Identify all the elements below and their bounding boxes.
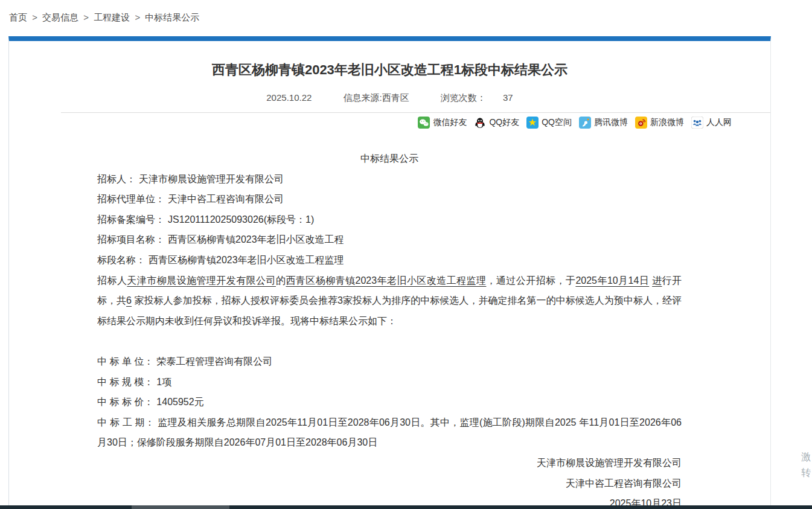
signature-agency: 天津中咨工程咨询有限公司 (97, 473, 682, 494)
field-label: 招标备案编号： (97, 214, 165, 225)
breadcrumb-trade-info[interactable]: 交易信息 (42, 12, 78, 22)
result-scale: 中 标 规 模：1项 (97, 372, 682, 392)
field-section-name: 标段名称：西青区杨柳青镇2023年老旧小区改造工程监理 (97, 250, 682, 271)
article-panel: 西青区杨柳青镇2023年老旧小区改造工程1标段中标结果公示 2025.10.22… (8, 36, 771, 505)
renren-icon (691, 117, 703, 129)
breadcrumb-project-construction[interactable]: 工程建设 (94, 12, 130, 22)
page: 首页 > 交易信息 > 工程建设 > 中标结果公示 西青区杨柳青镇2023年老旧… (0, 0, 812, 509)
field-value: 西青区杨柳青镇2023年老旧小区改造工程 (168, 234, 344, 245)
share-tencent-weibo-label: 腾讯微博 (594, 117, 628, 128)
result-label: 中 标 单 位： (97, 356, 153, 367)
para-underlined-bidder-count: 6 (126, 295, 132, 306)
info-source: 信息来源:西青区 (344, 92, 409, 104)
field-agency: 招标代理单位：天津中咨工程咨询有限公司 (97, 189, 682, 210)
wechat-icon (418, 117, 430, 129)
page-title: 西青区杨柳青镇2023年老旧小区改造工程1标段中标结果公示 (9, 61, 770, 79)
share-qzone-label: QQ空间 (542, 117, 572, 128)
field-value: 天津市柳晨设施管理开发有限公司 (139, 174, 284, 184)
para-text: 的 (276, 275, 286, 286)
result-winner: 中 标 单 位：荣泰工程管理咨询有限公司 (97, 351, 682, 372)
result-value: 荣泰工程管理咨询有限公司 (156, 356, 272, 367)
horizontal-scrollbar-thumb[interactable] (132, 505, 229, 509)
breadcrumb-bid-result[interactable]: 中标结果公示 (145, 12, 199, 22)
share-sina-weibo-label: 新浪微博 (650, 117, 684, 128)
field-label: 招标代理单位： (97, 194, 165, 204)
para-text: 家投标人参加投标，招标人授权评标委员会推荐3家投标人为排序的中标候选人，并确定排… (97, 295, 682, 326)
windows-activation-watermark: 激 转 (801, 449, 811, 481)
share-toolbar: 微信好友 QQ好友 (9, 116, 732, 129)
qq-penguin-icon (474, 117, 486, 129)
share-renren-label: 人人网 (706, 117, 732, 128)
result-value: 1项 (156, 377, 171, 387)
breadcrumb-separator: > (83, 12, 89, 22)
views-label: 浏览次数： (441, 92, 486, 104)
result-value: 1405952元 (156, 397, 203, 407)
share-renren-button[interactable]: 人人网 (691, 117, 732, 129)
announcement-heading: 中标结果公示 (97, 149, 682, 169)
result-label: 中 标 规 模： (97, 377, 153, 387)
share-qzone-button[interactable]: QQ空间 (526, 117, 572, 129)
announcement-body: 中标结果公示 招标人：天津市柳晨设施管理开发有限公司 招标代理单位：天津中咨工程… (97, 149, 682, 509)
field-project-name: 招标项目名称：西青区杨柳青镇2023年老旧小区改造工程 (97, 229, 682, 250)
watermark-line: 转 (801, 465, 811, 481)
breadcrumb-home[interactable]: 首页 (9, 12, 27, 22)
divider-line (61, 112, 770, 113)
share-qq-label: QQ好友 (489, 117, 519, 128)
field-tenderer: 招标人：天津市柳晨设施管理开发有限公司 (97, 169, 682, 190)
share-qq-button[interactable]: QQ好友 (474, 117, 519, 129)
share-sina-weibo-button[interactable]: 新浪微博 (635, 117, 684, 129)
para-text: 招标人 (97, 275, 127, 286)
field-record-number: 招标备案编号：JS1201112025093026(标段号：1) (97, 210, 682, 230)
signature-block: 天津市柳晨设施管理开发有限公司 天津中咨工程咨询有限公司 2025年10月23日 (97, 453, 682, 509)
signature-tenderer: 天津市柳晨设施管理开发有限公司 (97, 453, 682, 473)
field-value: JS1201112025093026(标段号：1) (168, 214, 314, 225)
announcement-paragraph: 招标人天津市柳晨设施管理开发有限公司的西青区杨柳青镇2023年老旧小区改造工程监… (97, 271, 682, 331)
spacer (97, 331, 682, 351)
share-tencent-weibo-button[interactable]: 腾讯微博 (579, 117, 628, 129)
qzone-star-icon (526, 117, 539, 129)
tencent-weibo-icon (579, 117, 591, 129)
para-text: ，通过公开招标，于 (486, 275, 575, 286)
field-label: 标段名称： (97, 255, 145, 265)
field-label: 招标人： (97, 174, 136, 184)
field-value: 西青区杨柳青镇2023年老旧小区改造工程监理 (149, 255, 344, 265)
horizontal-scrollbar-track[interactable] (0, 505, 812, 509)
sina-weibo-icon (635, 117, 647, 129)
result-value: 监理及相关服务总期限自2025年11月01日至2028年06月30日。其中，监理… (97, 417, 682, 448)
share-wechat-label: 微信好友 (433, 117, 467, 128)
result-label: 中 标 工 期： (97, 417, 155, 427)
result-price: 中 标 标 价：1405952元 (97, 392, 682, 412)
para-underlined-project: 西青区杨柳青镇2023年老旧小区改造工程监理 (286, 275, 486, 286)
result-duration: 中 标 工 期：监理及相关服务总期限自2025年11月01日至2028年06月3… (97, 412, 682, 453)
watermark-line: 激 (801, 449, 811, 465)
para-underlined-char: 进 (652, 275, 662, 286)
field-label: 招标项目名称： (97, 234, 165, 245)
views-count: 37 (503, 92, 513, 103)
para-underlined-tenderer: 天津市柳晨设施管理开发有限公司 (127, 275, 276, 286)
result-label: 中 标 标 价： (97, 397, 153, 407)
field-value: 天津中咨工程咨询有限公司 (168, 194, 284, 204)
breadcrumb-separator: > (32, 12, 37, 22)
article-meta: 2025.10.22 信息来源:西青区 浏览次数： 37 (9, 92, 770, 104)
publish-date: 2025.10.22 (266, 92, 312, 103)
breadcrumb-separator: > (135, 12, 140, 22)
share-wechat-button[interactable]: 微信好友 (418, 117, 467, 129)
breadcrumb: 首页 > 交易信息 > 工程建设 > 中标结果公示 (9, 12, 202, 24)
para-underlined-date: 2025年10月14日 (575, 275, 649, 286)
